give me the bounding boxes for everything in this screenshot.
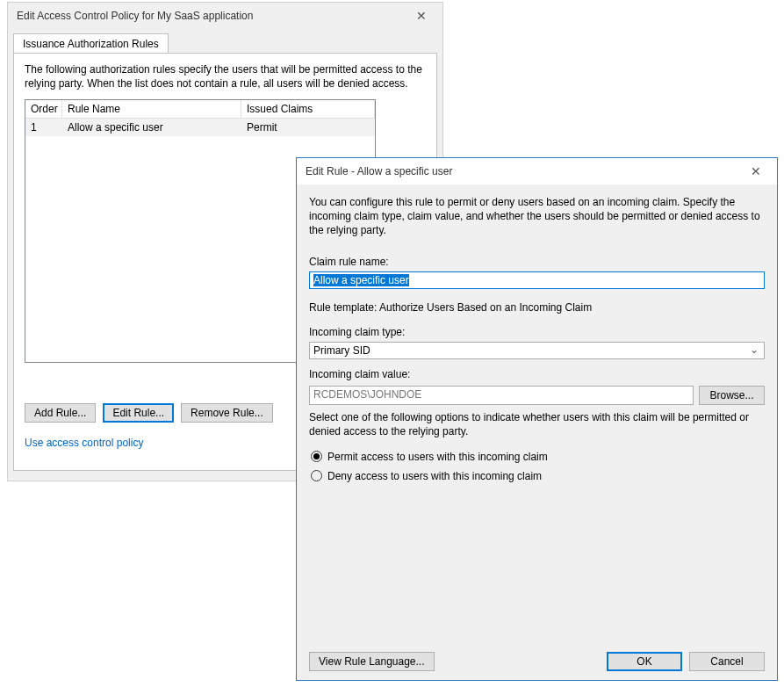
incoming-claim-value-value: RCDEMOS\JOHNDOE [313, 388, 421, 401]
radio-permit[interactable] [311, 451, 322, 462]
cell-name: Allow a specific user [62, 119, 241, 136]
ok-button[interactable]: OK [607, 652, 682, 671]
edit-rule-dialog: Edit Rule - Allow a specific user ✕ You … [296, 157, 778, 681]
rule-buttons: Add Rule... Edit Rule... Remove Rule... [25, 403, 273, 423]
use-acp-link[interactable]: Use access control policy [25, 437, 143, 449]
incoming-claim-type-value: Primary SID [313, 344, 370, 357]
edit-rule-title: Edit Rule - Allow a specific user [306, 165, 738, 177]
col-name[interactable]: Rule Name [62, 100, 241, 119]
radio-deny-label: Deny access to users with this incoming … [327, 470, 542, 482]
browse-button[interactable]: Browse... [699, 386, 765, 405]
incoming-claim-type-label: Incoming claim type: [309, 326, 765, 338]
radio-deny-row[interactable]: Deny access to users with this incoming … [311, 470, 763, 482]
edit-rule-description: You can configure this rule to permit or… [309, 195, 765, 238]
option-description: Select one of the following options to i… [309, 410, 765, 438]
claim-rule-name-value: Allow a specific user [313, 274, 409, 286]
cancel-button[interactable]: Cancel [689, 652, 765, 671]
add-rule-button[interactable]: Add Rule... [25, 403, 96, 423]
edit-rule-footer: View Rule Language... OK Cancel [309, 652, 765, 671]
claim-rule-name-input[interactable]: Allow a specific user [309, 271, 765, 289]
incoming-claim-value-label: Incoming claim value: [309, 368, 765, 380]
tab-issuance-rules[interactable]: Issuance Authorization Rules [13, 33, 169, 54]
radio-permit-label: Permit access to users with this incomin… [327, 451, 548, 463]
cell-claims: Permit [241, 119, 375, 136]
view-rule-language-button[interactable]: View Rule Language... [309, 652, 435, 671]
table-header: Order Rule Name Issued Claims [25, 100, 375, 119]
edit-rule-button[interactable]: Edit Rule... [103, 403, 174, 423]
cell-order: 1 [25, 119, 62, 136]
close-icon[interactable]: ✕ [404, 4, 439, 27]
acp-titlebar[interactable]: Edit Access Control Policy for My SaaS a… [8, 3, 442, 29]
incoming-claim-type-select[interactable]: Primary SID [309, 342, 765, 359]
acp-description: The following authorization rules specif… [25, 62, 426, 90]
rule-template-text: Rule template: Authorize Users Based on … [309, 301, 765, 314]
close-icon[interactable]: ✕ [738, 160, 773, 183]
table-row[interactable]: 1 Allow a specific user Permit [25, 119, 375, 136]
radio-permit-row[interactable]: Permit access to users with this incomin… [311, 451, 763, 463]
edit-rule-body: You can configure this rule to permit or… [297, 184, 777, 680]
tab-strip: Issuance Authorization Rules [8, 29, 442, 53]
acp-title: Edit Access Control Policy for My SaaS a… [17, 10, 404, 22]
radio-deny[interactable] [311, 470, 322, 481]
edit-rule-titlebar[interactable]: Edit Rule - Allow a specific user ✕ [297, 158, 777, 184]
claim-rule-name-label: Claim rule name: [309, 256, 765, 268]
col-claims[interactable]: Issued Claims [241, 100, 375, 119]
col-order[interactable]: Order [25, 100, 62, 119]
incoming-claim-value-input[interactable]: RCDEMOS\JOHNDOE [309, 386, 694, 405]
remove-rule-button[interactable]: Remove Rule... [181, 403, 273, 423]
